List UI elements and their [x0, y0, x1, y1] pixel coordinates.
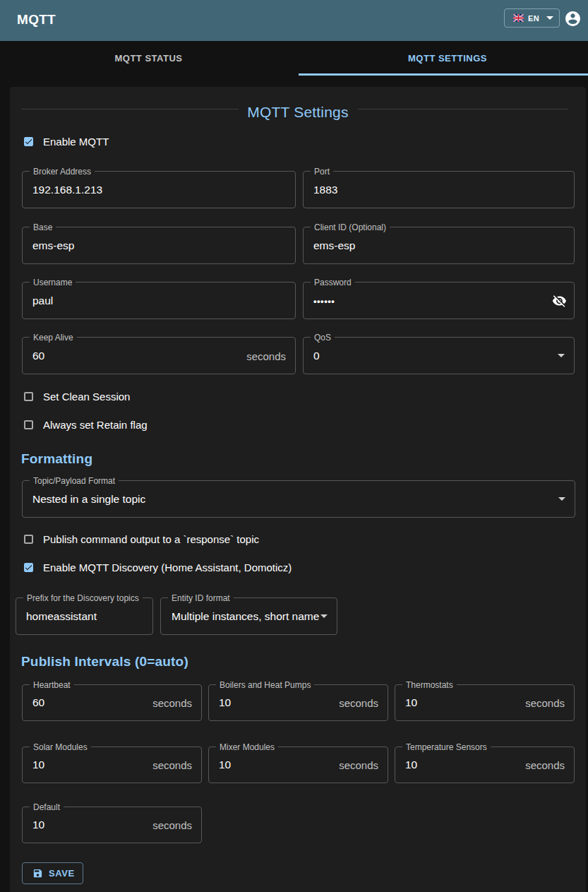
- dropdown-arrow-icon: [558, 354, 565, 357]
- clean-session-checkbox-row[interactable]: Set Clean Session: [24, 391, 130, 403]
- keep-alive-value: 60: [32, 350, 44, 362]
- base-field[interactable]: Base ems-esp: [22, 227, 296, 264]
- checkbox-checked-icon: [24, 137, 33, 146]
- keep-alive-label: Keep Alive: [30, 333, 77, 342]
- visibility-off-icon[interactable]: [552, 293, 567, 308]
- port-value: 1883: [313, 184, 337, 196]
- boilers-label: Boilers and Heat Pumps: [216, 681, 314, 689]
- default-interval-suffix: seconds: [152, 819, 192, 831]
- qos-select[interactable]: QoS 0: [303, 337, 575, 374]
- chevron-down-icon: [546, 16, 553, 20]
- entity-id-format-value: Multiple instances, short name: [172, 610, 319, 623]
- thermostats-field[interactable]: Thermostats 10 seconds: [395, 684, 575, 721]
- qos-value: 0: [313, 350, 320, 362]
- default-interval-value: 10: [32, 819, 44, 831]
- enable-mqtt-checkbox-row[interactable]: Enable MQTT: [24, 136, 109, 148]
- retain-flag-checkbox-row[interactable]: Always set Retain flag: [24, 419, 148, 431]
- password-label: Password: [311, 278, 355, 287]
- discovery-label: Enable MQTT Discovery (Home Assistant, D…: [43, 561, 292, 573]
- publish-intervals-heading: Publish Intervals (0=auto): [21, 654, 188, 670]
- solar-modules-value: 10: [32, 759, 44, 771]
- thermostats-suffix: seconds: [525, 697, 565, 709]
- solar-modules-field[interactable]: Solar Modules 10 seconds: [22, 747, 202, 783]
- username-value: paul: [32, 295, 53, 307]
- mixer-modules-suffix: seconds: [339, 759, 378, 771]
- discovery-prefix-label: Prefix for the Discovery topics: [23, 594, 143, 602]
- heartbeat-label: Heartbeat: [30, 681, 74, 689]
- default-interval-label: Default: [30, 803, 64, 811]
- checkbox-unchecked-icon: [24, 535, 33, 544]
- account-icon[interactable]: [564, 10, 582, 28]
- entity-id-format-label: Entity ID format: [168, 594, 234, 602]
- base-label: Base: [30, 223, 56, 232]
- mixer-modules-value: 10: [219, 759, 231, 771]
- active-tab-indicator: [299, 73, 588, 76]
- discovery-checkbox-row[interactable]: Enable MQTT Discovery (Home Assistant, D…: [24, 561, 292, 573]
- client-id-field[interactable]: Client ID (Optional) ems-esp: [303, 227, 575, 264]
- heartbeat-value: 60: [32, 696, 44, 709]
- heartbeat-field[interactable]: Heartbeat 60 seconds: [22, 684, 202, 721]
- temperature-sensors-field[interactable]: Temperature Sensors 10 seconds: [395, 747, 575, 783]
- broker-address-label: Broker Address: [30, 167, 95, 176]
- port-field[interactable]: Port 1883: [303, 171, 575, 208]
- settings-card: MQTT Settings Enable MQTT Broker Address…: [10, 87, 586, 892]
- title-divider-right: [358, 109, 568, 109]
- password-value: ••••••: [313, 295, 335, 306]
- boilers-suffix: seconds: [339, 697, 378, 709]
- checkbox-unchecked-icon: [24, 392, 33, 401]
- tab-mqtt-status[interactable]: MQTT STATUS: [0, 41, 297, 76]
- solar-modules-suffix: seconds: [152, 759, 192, 771]
- language-label: EN: [528, 14, 539, 23]
- keep-alive-field[interactable]: Keep Alive 60 seconds: [22, 337, 296, 374]
- uk-flag-icon: [513, 14, 524, 22]
- discovery-prefix-field[interactable]: Prefix for the Discovery topics homeassi…: [16, 597, 153, 635]
- temperature-sensors-suffix: seconds: [525, 759, 565, 771]
- app-header: MQTT EN: [0, 0, 588, 41]
- language-selector-button[interactable]: EN: [504, 8, 560, 28]
- checkbox-unchecked-icon: [24, 420, 33, 429]
- save-button[interactable]: SAVE: [22, 862, 83, 884]
- save-icon: [32, 868, 43, 879]
- temperature-sensors-label: Temperature Sensors: [402, 743, 491, 751]
- boilers-field[interactable]: Boilers and Heat Pumps 10 seconds: [208, 684, 388, 721]
- client-id-value: ems-esp: [313, 239, 355, 252]
- broker-address-field[interactable]: Broker Address 192.168.1.213: [22, 171, 296, 208]
- response-topic-checkbox-row[interactable]: Publish command output to a `response` t…: [24, 533, 259, 545]
- checkbox-checked-icon: [24, 563, 33, 572]
- response-topic-label: Publish command output to a `response` t…: [43, 533, 259, 545]
- entity-id-format-select[interactable]: Entity ID format Multiple instances, sho…: [160, 597, 337, 635]
- mixer-modules-field[interactable]: Mixer Modules 10 seconds: [208, 747, 388, 783]
- broker-address-value: 192.168.1.213: [32, 184, 102, 196]
- username-label: Username: [30, 278, 76, 287]
- tab-bar: MQTT STATUS MQTT SETTINGS: [0, 41, 588, 76]
- keep-alive-suffix: seconds: [246, 350, 286, 362]
- save-button-label: SAVE: [49, 868, 75, 879]
- tab-mqtt-settings[interactable]: MQTT SETTINGS: [307, 41, 588, 76]
- retain-flag-label: Always set Retain flag: [43, 419, 148, 431]
- title-divider-left: [21, 109, 239, 109]
- topic-format-select[interactable]: Topic/Payload Format Nested in a single …: [22, 480, 575, 518]
- client-id-label: Client ID (Optional): [311, 223, 390, 232]
- default-interval-field[interactable]: Default 10 seconds: [22, 807, 202, 843]
- qos-label: QoS: [311, 333, 335, 342]
- mixer-modules-label: Mixer Modules: [216, 743, 278, 751]
- dropdown-arrow-icon: [558, 497, 565, 501]
- password-field[interactable]: Password ••••••: [303, 282, 575, 319]
- section-title: MQTT Settings: [10, 104, 586, 121]
- topic-format-value: Nested in a single topic: [32, 493, 145, 506]
- thermostats-value: 10: [405, 696, 417, 709]
- discovery-prefix-value: homeassistant: [26, 610, 97, 623]
- temperature-sensors-value: 10: [405, 759, 417, 771]
- dropdown-arrow-icon: [320, 614, 328, 618]
- username-field[interactable]: Username paul: [22, 282, 296, 319]
- formatting-heading: Formatting: [21, 451, 92, 467]
- enable-mqtt-label: Enable MQTT: [43, 136, 109, 148]
- solar-modules-label: Solar Modules: [30, 743, 91, 751]
- topic-format-label: Topic/Payload Format: [30, 477, 119, 485]
- boilers-value: 10: [219, 696, 231, 709]
- heartbeat-suffix: seconds: [152, 697, 192, 709]
- port-label: Port: [311, 167, 333, 176]
- page-title: MQTT: [17, 12, 56, 28]
- clean-session-label: Set Clean Session: [43, 391, 130, 403]
- thermostats-label: Thermostats: [402, 681, 457, 689]
